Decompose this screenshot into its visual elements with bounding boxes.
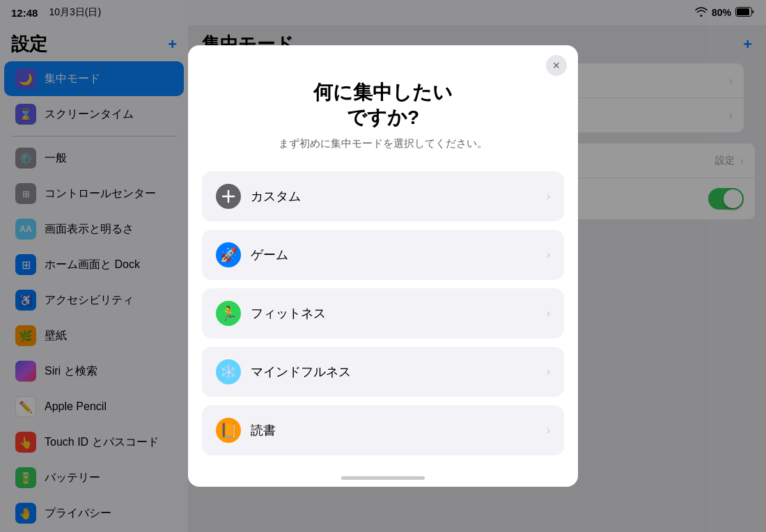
modal-option-fitness[interactable]: 🏃 フィットネス › [202, 288, 564, 338]
modal-option-reading[interactable]: 📙 読書 › [202, 405, 564, 455]
reading-label: 読書 [251, 422, 276, 439]
modal-overlay[interactable]: ✕ 何に集中したいですか? まず初めに集中モードを選択してください。 カスタム … [0, 0, 766, 532]
chevron-icon: › [547, 190, 550, 203]
modal-option-fitness-left: 🏃 フィットネス [216, 301, 326, 326]
modal-close-button[interactable]: ✕ [546, 55, 567, 76]
chevron-icon: › [547, 366, 550, 378]
modal-options-list: カスタム › 🚀 ゲーム › 🏃 フィットネス › [188, 164, 578, 476]
modal-option-custom-left: カスタム [216, 184, 301, 209]
modal-subtitle: まず初めに集中モードを選択してください。 [188, 137, 578, 164]
chevron-icon: › [547, 307, 550, 320]
scroll-indicator [341, 476, 425, 480]
mindfulness-icon: ❄️ [216, 359, 241, 384]
modal-title: 何に集中したいですか? [188, 45, 578, 138]
game-icon: 🚀 [216, 242, 241, 267]
modal-option-reading-left: 📙 読書 [216, 418, 276, 443]
fitness-label: フィットネス [251, 305, 326, 322]
focus-mode-modal: ✕ 何に集中したいですか? まず初めに集中モードを選択してください。 カスタム … [188, 45, 578, 487]
chevron-icon: › [547, 249, 550, 261]
close-icon: ✕ [552, 60, 561, 71]
custom-icon [216, 184, 241, 209]
fitness-icon: 🏃 [216, 301, 241, 326]
custom-label: カスタム [251, 188, 301, 205]
modal-option-mindfulness[interactable]: ❄️ マインドフルネス › [202, 347, 564, 397]
chevron-icon: › [547, 424, 550, 437]
game-label: ゲーム [251, 247, 288, 263]
modal-option-game-left: 🚀 ゲーム [216, 242, 288, 267]
modal-option-custom[interactable]: カスタム › [202, 171, 564, 221]
mindfulness-label: マインドフルネス [251, 363, 351, 380]
modal-option-mindfulness-left: ❄️ マインドフルネス [216, 359, 351, 384]
reading-icon: 📙 [216, 418, 241, 443]
modal-option-game[interactable]: 🚀 ゲーム › [202, 230, 564, 280]
